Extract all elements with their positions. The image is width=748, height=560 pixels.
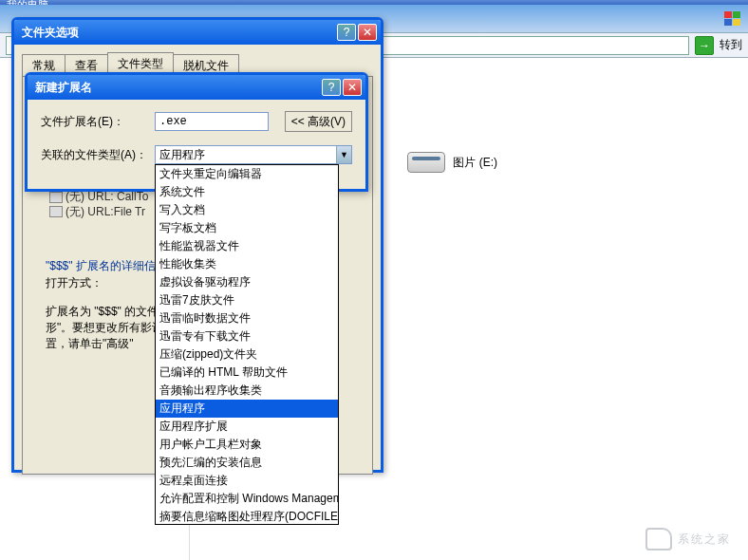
dropdown-item[interactable]: 应用程序扩展 [156, 418, 338, 436]
item-pic-drive[interactable]: 图片 (E:) [407, 152, 497, 173]
dropdown-item[interactable]: 写字板文档 [156, 219, 338, 237]
dropdown-item[interactable]: 远程桌面连接 [156, 472, 338, 490]
dropdown-item[interactable]: 性能收集类 [156, 255, 338, 273]
detail-header: "$$$" 扩展名的详细信 [46, 258, 159, 274]
dropdown-item[interactable]: 允许配置和控制 Windows Managemen [156, 490, 338, 508]
open-with-label: 打开方式： [46, 275, 103, 291]
help-button[interactable]: ? [322, 79, 341, 96]
filetype-list-peek: (无) URL: CallTo (无) URL:File Tr [49, 190, 148, 219]
new-extension-title: 新建扩展名 [35, 80, 320, 96]
new-extension-body: 文件扩展名(E)： << 高级(V) 关联的文件类型(A)： 应用程序 ▼ 文件… [28, 100, 365, 189]
close-button[interactable]: ✕ [343, 79, 362, 96]
assoc-label: 关联的文件类型(A)： [41, 147, 155, 163]
svg-rect-2 [724, 19, 732, 26]
close-button[interactable]: ✕ [358, 24, 377, 41]
folder-options-titlebar[interactable]: 文件夹选项 ? ✕ [14, 20, 381, 45]
svg-rect-0 [724, 11, 732, 18]
advanced-button[interactable]: << 高级(V) [285, 111, 352, 132]
dropdown-item[interactable]: 性能监视器文件 [156, 237, 338, 255]
dropdown-item[interactable]: 虚拟设备驱动程序 [156, 273, 338, 291]
file-icon [49, 192, 63, 203]
ext-input[interactable] [155, 112, 269, 131]
dropdown-item[interactable]: 迅雷临时数据文件 [156, 309, 338, 327]
go-button[interactable]: → [695, 36, 714, 55]
svg-rect-1 [733, 11, 740, 18]
chevron-down-icon[interactable]: ▼ [336, 146, 351, 163]
go-label: 转到 [720, 37, 742, 53]
new-extension-titlebar[interactable]: 新建扩展名 ? ✕ [28, 75, 365, 100]
item-label: 图片 (E:) [453, 155, 497, 171]
watermark-icon [645, 528, 672, 551]
dropdown-item[interactable]: 音频输出程序收集类 [156, 382, 338, 400]
dropdown-item[interactable]: 迅雷7皮肤文件 [156, 291, 338, 309]
dropdown-item[interactable]: 用户帐户工具栏对象 [156, 436, 338, 454]
watermark-text: 系统之家 [678, 532, 731, 548]
dropdown-item[interactable]: 摘要信息缩略图处理程序(DOCFILES) [156, 508, 338, 525]
dropdown-item[interactable]: 预先汇编的安装信息 [156, 454, 338, 472]
dropdown-item[interactable]: 文件夹重定向编辑器 [156, 165, 338, 183]
windows-flag-icon [723, 10, 742, 28]
dropdown-item[interactable]: 写入文档 [156, 201, 338, 219]
detail-text: 扩展名为 "$$$" 的文件形"。要想更改所有影设置，请单击"高级" [46, 304, 169, 351]
dropdown-item[interactable]: 已编译的 HTML 帮助文件 [156, 364, 338, 382]
dropdown-item[interactable]: 压缩(zipped)文件夹 [156, 345, 338, 364]
dropdown-item[interactable]: 迅雷专有下载文件 [156, 327, 338, 345]
ext-label: 文件扩展名(E)： [41, 114, 155, 130]
file-icon [49, 206, 63, 217]
svg-rect-3 [733, 19, 740, 26]
assoc-dropdown-list[interactable]: 文件夹重定向编辑器系统文件写入文档写字板文档性能监视器文件性能收集类虚拟设备驱动… [155, 164, 339, 525]
watermark: 系统之家 [645, 528, 731, 551]
folder-options-title: 文件夹选项 [22, 25, 335, 41]
drive-icon [407, 152, 445, 173]
dropdown-item[interactable]: 系统文件 [156, 183, 338, 201]
assoc-dropdown-value[interactable]: 应用程序 ▼ [155, 145, 352, 164]
assoc-dropdown[interactable]: 应用程序 ▼ 文件夹重定向编辑器系统文件写入文档写字板文档性能监视器文件性能收集… [155, 145, 352, 164]
help-button[interactable]: ? [337, 24, 356, 41]
new-extension-dialog: 新建扩展名 ? ✕ 文件扩展名(E)： << 高级(V) 关联的文件类型(A)：… [25, 72, 368, 192]
dropdown-item[interactable]: 应用程序 [156, 400, 338, 418]
